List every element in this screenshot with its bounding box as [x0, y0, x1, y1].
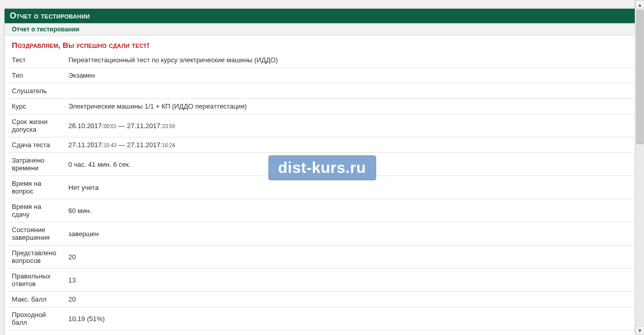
- label-state: Состояние завершения: [8, 222, 64, 245]
- sb-d2: 27.11.2017:: [127, 141, 162, 149]
- sb-t1: 15:43: [104, 143, 117, 148]
- chevron-up-icon: ▲: [637, 2, 642, 8]
- row-course: Курс Электрические машины 1/1 + КП (ИДДО…: [8, 99, 636, 114]
- row-correct: Правильных ответов 13: [8, 269, 636, 292]
- value-access-life: 26.10.2017:00:01 — 27.11.2017:23:59: [64, 114, 636, 137]
- value-pass-score: 10,19 (51%): [64, 307, 636, 330]
- al-d2: 27.11.2017:: [127, 122, 162, 130]
- vertical-scrollbar[interactable]: ▲ ▼: [635, 0, 644, 335]
- label-correct: Правильных ответов: [8, 269, 64, 292]
- congrats-text: Поздравляем, Вы успешно сдали тест!: [12, 41, 150, 49]
- label-test: Тест: [8, 52, 64, 68]
- sb-t2: 16:24: [162, 143, 175, 148]
- panel-title: Отчет о тестировании: [10, 11, 90, 20]
- row-pass-score: Проходной балл 10,19 (51%): [8, 307, 636, 330]
- page-root: Отчет о тестировании Отчет о тестировани…: [0, 0, 644, 335]
- value-listener: [64, 83, 636, 99]
- row-time-per-q: Время на вопрос Нет учета: [8, 176, 636, 199]
- value-submit: 27.11.2017:15:43 — 27.11.2017:16:24: [64, 137, 636, 153]
- value-state: завершен: [64, 222, 636, 245]
- value-scored: 13 (65%): [64, 330, 636, 336]
- scroll-down-button[interactable]: ▼: [635, 326, 644, 335]
- label-type: Тип: [8, 68, 64, 83]
- value-correct: 13: [64, 269, 636, 292]
- row-submit: Сдача теста 27.11.2017:15:43 — 27.11.201…: [8, 137, 636, 153]
- label-time-total: Время на сдачу: [8, 199, 64, 222]
- value-course: Электрические машины 1/1 + КП (ИДДО пере…: [64, 99, 636, 114]
- label-access-life: Срок жизни допуска: [8, 114, 64, 137]
- label-scored: Набрано баллов: [8, 330, 64, 336]
- value-time-per-q: Нет учета: [64, 176, 636, 199]
- label-course: Курс: [8, 99, 64, 114]
- congrats-message: Поздравляем, Вы успешно сдали тест!: [5, 36, 639, 52]
- chevron-down-icon: ▼: [637, 328, 642, 333]
- row-presented: Представлено вопросов 20: [8, 245, 636, 269]
- value-test: Переаттестационный тест по курсу электри…: [64, 52, 636, 68]
- sb-d1: 27.11.2017:: [68, 141, 104, 149]
- report-panel: Отчет о тестировании Отчет о тестировани…: [4, 8, 640, 335]
- row-type: Тип Экзамен: [8, 68, 636, 83]
- label-max-score: Макс. балл: [8, 292, 64, 307]
- row-max-score: Макс. балл 20: [8, 292, 636, 307]
- value-type: Экзамен: [64, 68, 636, 83]
- row-access-life: Срок жизни допуска 26.10.2017:00:01 — 27…: [8, 114, 636, 137]
- value-presented: 20: [64, 245, 636, 269]
- details-table: Тест Переаттестационный тест по курсу эл…: [8, 52, 636, 335]
- row-elapsed: Затрачено времени 0 час. 41 мин. 6 сек.: [8, 153, 636, 176]
- panel-header: Отчет о тестировании: [5, 9, 639, 23]
- value-max-score: 20: [64, 292, 636, 307]
- scroll-thumb[interactable]: [636, 10, 643, 144]
- label-elapsed: Затрачено времени: [8, 153, 64, 176]
- scroll-up-button[interactable]: ▲: [635, 0, 644, 9]
- breadcrumb: Отчет о тестировании: [5, 23, 639, 36]
- row-state: Состояние завершения завершен: [8, 222, 636, 245]
- label-submit: Сдача теста: [8, 137, 64, 153]
- al-t2: 23:59: [162, 124, 175, 129]
- sb-sep: —: [117, 141, 127, 149]
- al-d1: 26.10.2017:: [68, 122, 104, 130]
- row-scored: Набрано баллов 13 (65%): [8, 330, 636, 336]
- al-t1: 00:01: [104, 124, 117, 129]
- row-listener: Слушатель: [8, 83, 636, 99]
- value-elapsed: 0 час. 41 мин. 6 сек.: [64, 153, 636, 176]
- breadcrumb-text: Отчет о тестировании: [12, 26, 79, 33]
- label-pass-score: Проходной балл: [8, 307, 64, 330]
- row-test: Тест Переаттестационный тест по курсу эл…: [8, 52, 636, 68]
- label-presented: Представлено вопросов: [8, 245, 64, 269]
- label-listener: Слушатель: [8, 83, 64, 99]
- al-sep: —: [117, 122, 127, 130]
- row-time-total: Время на сдачу 60 мин.: [8, 199, 636, 222]
- label-time-per-q: Время на вопрос: [8, 176, 64, 199]
- value-time-total: 60 мин.: [64, 199, 636, 222]
